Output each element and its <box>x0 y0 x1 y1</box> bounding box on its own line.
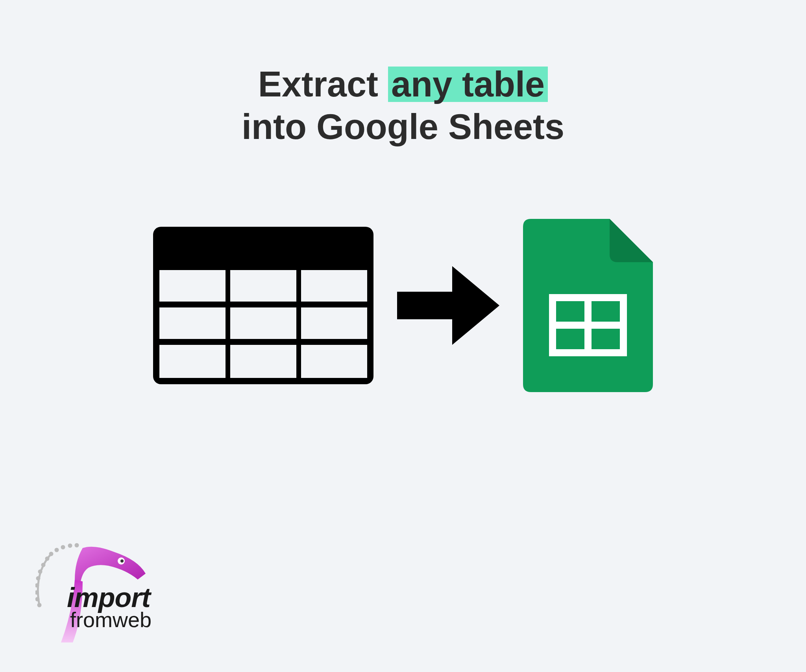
svg-point-13 <box>38 604 41 606</box>
brand-logo: import fromweb <box>16 538 181 648</box>
svg-rect-3 <box>301 270 367 302</box>
svg-point-17 <box>37 577 39 579</box>
svg-rect-9 <box>301 345 367 378</box>
headline-line2: into Google Sheets <box>39 106 767 148</box>
svg-rect-4 <box>159 307 226 339</box>
svg-rect-1 <box>159 270 226 302</box>
svg-point-20 <box>46 557 48 560</box>
arrow-right-icon <box>397 266 499 345</box>
logo-line1: import <box>67 585 152 610</box>
headline-prefix: Extract <box>258 65 378 104</box>
svg-rect-6 <box>301 307 367 339</box>
logo-text: import fromweb <box>67 585 152 629</box>
svg-rect-5 <box>230 307 296 339</box>
svg-point-15 <box>35 591 38 594</box>
diagram <box>39 219 767 392</box>
svg-rect-2 <box>230 270 296 302</box>
svg-rect-7 <box>159 345 226 378</box>
svg-point-23 <box>62 546 64 548</box>
svg-point-25 <box>76 544 78 546</box>
logo-line2: fromweb <box>70 610 152 629</box>
table-icon <box>153 227 373 384</box>
svg-point-27 <box>120 559 124 563</box>
svg-point-18 <box>39 570 41 573</box>
svg-rect-8 <box>230 345 296 378</box>
headline-line1: Extract any table <box>39 63 767 106</box>
svg-point-24 <box>69 544 71 547</box>
google-sheets-icon <box>523 219 653 392</box>
headline-highlight: any table <box>388 65 548 104</box>
headline: Extract any table into Google Sheets <box>39 63 767 148</box>
svg-point-21 <box>50 553 52 555</box>
svg-point-16 <box>36 584 38 587</box>
svg-point-22 <box>55 549 58 551</box>
svg-point-19 <box>42 564 44 566</box>
svg-point-14 <box>36 598 39 600</box>
